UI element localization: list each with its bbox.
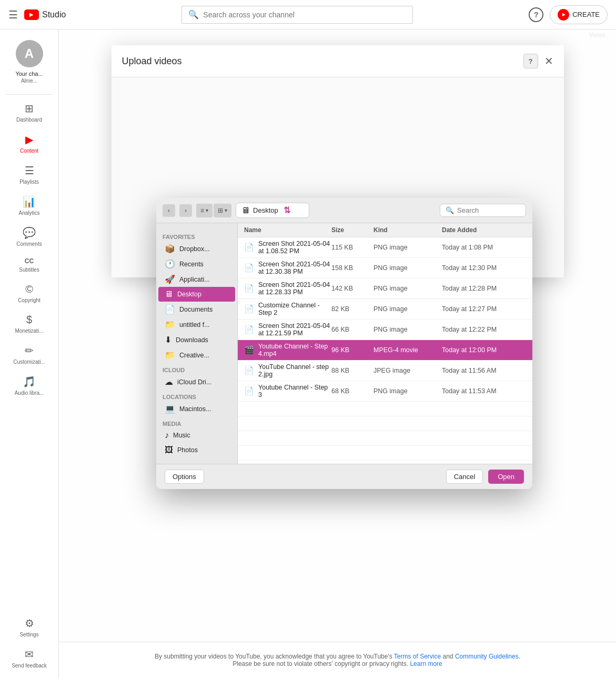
fp-sidebar-desktop[interactable]: 🖥 Desktop <box>158 287 235 302</box>
file-picker: ‹ › ≡ ▾ ⊞ ▾ 🖥 Desktop <box>156 198 532 489</box>
fp-options-button[interactable]: Options <box>165 470 204 484</box>
sidebar-item-customization[interactable]: ✏ Customizati... <box>0 339 58 370</box>
table-row[interactable]: 📄 Screen Shot 2021-05-04 at 1.08.52 PM 1… <box>238 237 532 258</box>
fp-sidebar-music[interactable]: ♪ Music <box>158 428 235 443</box>
fp-list-view-button[interactable]: ≡ ▾ <box>196 204 213 217</box>
analytics-icon: 📊 <box>23 195 36 208</box>
sidebar-item-subtitles[interactable]: CC Subtitles <box>0 252 58 278</box>
content-area: Views Upload videos ? ✕ <box>59 29 616 678</box>
fp-sidebar-applications[interactable]: 🚀 Applicati... <box>158 272 235 287</box>
yt-studio-logo: Studio <box>24 9 66 20</box>
fp-search-bar[interactable]: 🔍 <box>440 204 526 217</box>
fp-sidebar-item-label: iCloud Dri... <box>177 378 211 386</box>
fp-locations-label: Locations <box>156 390 237 401</box>
fp-forward-button[interactable]: › <box>179 204 192 217</box>
fp-location[interactable]: 🖥 Desktop ⇅ <box>236 203 309 218</box>
fp-grid-view-button[interactable]: ⊞ ▾ <box>214 204 231 217</box>
top-bar-center: 🔍 <box>66 6 529 24</box>
sidebar-item-comments[interactable]: 💬 Comments <box>0 221 58 252</box>
fp-sidebar-macintosh[interactable]: 💻 Macintos... <box>158 401 235 416</box>
sidebar-item-audio-library[interactable]: 🎵 Audio libra... <box>0 370 58 401</box>
hamburger-icon[interactable]: ☰ <box>8 8 18 21</box>
sidebar-item-feedback[interactable]: ✉ Send feedback <box>0 643 58 674</box>
top-bar-right: ? CREATE <box>529 5 608 24</box>
terms-link[interactable]: Terms of Service <box>394 653 441 660</box>
sidebar-item-monetization[interactable]: $ Monetizati... <box>0 308 58 339</box>
fp-open-button[interactable]: Open <box>488 470 524 484</box>
col-name: Name <box>244 226 331 234</box>
search-bar[interactable]: 🔍 <box>181 6 413 24</box>
fp-sidebar-item-label: Creative... <box>179 352 209 359</box>
fp-view-buttons: ≡ ▾ ⊞ ▾ <box>196 204 231 217</box>
create-label: CREATE <box>572 11 600 18</box>
fp-file-name: Youtube Channel - Step 4.mp4 <box>258 343 331 357</box>
sidebar-item-analytics[interactable]: 📊 Analytics <box>0 190 58 221</box>
fp-sidebar-downloads[interactable]: ⬇ Downloads <box>158 332 235 347</box>
sidebar-item-playlists[interactable]: ☰ Playlists <box>0 159 58 190</box>
help-icon[interactable]: ? <box>529 7 543 22</box>
bottom-info: By submitting your videos to YouTube, yo… <box>59 642 616 678</box>
fp-file-kind: PNG image <box>373 305 442 313</box>
fp-empty-row-1 <box>238 402 532 416</box>
copyright-icon: © <box>25 283 33 295</box>
fp-file-name: Screen Shot 2021-05-04 at 12.21.59 PM <box>258 322 331 337</box>
fp-sidebar-untitled[interactable]: 📁 untitled f... <box>158 317 235 332</box>
fp-sidebar-icloud[interactable]: ☁ iCloud Dri... <box>158 374 235 390</box>
yt-studio-text: Studio <box>42 10 66 19</box>
sidebar-item-label: Copyright <box>18 297 41 303</box>
and-text: and <box>443 653 453 660</box>
fp-sidebar-creative[interactable]: 📁 Creative... <box>158 347 235 363</box>
fp-file-date: Today at 12:27 PM <box>442 305 526 313</box>
table-row[interactable]: 🎬 Youtube Channel - Step 4.mp4 96 KB MPE… <box>238 340 532 361</box>
fp-sidebar: Favorites 📦 Dropbox... 🕐 Recents 🚀 Appli… <box>156 223 238 464</box>
table-row[interactable]: 📄 Customize Channel - Step 2 82 KB PNG i… <box>238 299 532 320</box>
fp-file-kind: PNG image <box>373 244 442 251</box>
file-icon: 📄 <box>244 284 254 293</box>
youtube-logo-icon <box>24 9 39 20</box>
table-row[interactable]: 📄 Screen Shot 2021-05-04 at 12.21.59 PM … <box>238 320 532 340</box>
fp-sidebar-documents[interactable]: 📄 Documents <box>158 302 235 317</box>
sidebar-item-dashboard[interactable]: ⊞ Dashboard <box>0 97 58 128</box>
table-row[interactable]: 📄 Youtube Channel - Step 3 68 KB PNG ima… <box>238 381 532 402</box>
table-row[interactable]: 📄 Screen Shot 2021-05-04 at 12.30.38 PM … <box>238 258 532 278</box>
learn-more-link[interactable]: Learn more <box>410 660 442 667</box>
guidelines-link[interactable]: Community Guidelines. <box>455 653 520 660</box>
fp-search-input[interactable] <box>457 206 520 214</box>
monetization-icon: $ <box>26 314 32 326</box>
close-button[interactable]: ✕ <box>544 55 553 67</box>
bottom-info-line2: Please be sure not to violate others' co… <box>69 660 605 667</box>
file-icon: 📄 <box>244 325 254 334</box>
sidebar-item-content[interactable]: ▶ Content <box>0 128 58 159</box>
fp-footer: Options Cancel Open <box>156 464 532 489</box>
fp-file-size: 115 KB <box>331 244 373 251</box>
top-bar: ☰ Studio 🔍 ? CREATE <box>0 0 616 29</box>
table-row[interactable]: 📄 YouTube Channel - step 2.jpg 88 KB JPE… <box>238 361 532 381</box>
fp-sidebar-dropbox[interactable]: 📦 Dropbox... <box>158 241 235 256</box>
table-row[interactable]: 📄 Screen Shot 2021-05-04 at 12.28.33 PM … <box>238 278 532 299</box>
fp-file-list: Name Size Kind Date Added 📄 Screen Shot … <box>238 223 532 464</box>
sidebar-item-settings[interactable]: ⚙ Settings <box>0 612 58 643</box>
fp-search-icon: 🔍 <box>446 206 454 214</box>
fp-back-button[interactable]: ‹ <box>163 204 175 217</box>
upload-help-button[interactable]: ? <box>523 54 538 68</box>
sidebar-item-label: Customizati... <box>13 359 45 365</box>
fp-sidebar-photos[interactable]: 🖼 Photos <box>158 443 235 457</box>
create-button[interactable]: CREATE <box>550 5 608 24</box>
sidebar-item-label: Content <box>20 148 38 154</box>
fp-file-name: Screen Shot 2021-05-04 at 12.30.38 PM <box>258 261 331 275</box>
upload-header-right: ? ✕ <box>523 54 553 68</box>
fp-favorites-label: Favorites <box>156 230 237 241</box>
grid-view-icon: ⊞ <box>218 207 223 214</box>
sidebar-item-copyright[interactable]: © Copyright <box>0 278 58 308</box>
col-size: Size <box>331 226 373 234</box>
bottom-info-text2: Please be sure not to violate others' co… <box>233 660 408 667</box>
documents-icon: 📄 <box>165 304 175 314</box>
fp-cancel-button[interactable]: Cancel <box>446 470 483 484</box>
top-bar-left: ☰ Studio <box>8 8 66 21</box>
col-kind: Kind <box>373 226 442 234</box>
search-input[interactable] <box>203 11 406 19</box>
fp-sidebar-recents[interactable]: 🕐 Recents <box>158 256 235 272</box>
fp-file-list-header: Name Size Kind Date Added <box>238 223 532 237</box>
fp-sidebar-item-label: Macintos... <box>179 405 211 413</box>
fp-sidebar-item-label: Photos <box>177 446 198 454</box>
